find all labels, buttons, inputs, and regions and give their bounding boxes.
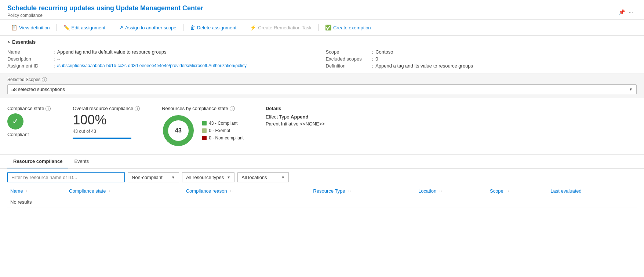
exemption-icon: ✅ [325,25,331,30]
progress-bar-fill [73,138,131,139]
tabs-section: Resource compliance Events [0,155,644,169]
page-subtitle: Policy compliance [7,13,203,18]
details-parent-initiative-row: Parent Initiative <<NONE>> [266,121,325,127]
legend-dot-exempt [202,128,207,133]
scope-dropdown-chevron: ▼ [629,87,633,91]
toolbar-divider-2 [112,24,112,31]
toolbar-divider-5 [318,24,319,31]
overall-info-icon[interactable]: i [135,106,140,111]
donut-chart: 43 [162,114,195,147]
essentials-excluded-scopes-row: Excluded scopes : 0 [326,55,637,62]
sort-icons-resource-type[interactable]: ↑↓ [348,190,351,193]
sort-icons-scope[interactable]: ↑↓ [506,190,509,193]
tab-events[interactable]: Events [68,155,95,168]
col-location[interactable]: Location ↑↓ [415,186,487,196]
overall-sub: 43 out of 43 [73,129,140,134]
donut-legend: 43 - Compliant 0 - Exempt 0 - Non-compli… [202,121,244,141]
essentials-name-row: Name : Append tag and its default value … [7,48,319,55]
overall-resource-compliance-block: Overall resource compliance i 100% 43 ou… [73,106,140,139]
overall-title: Overall resource compliance i [73,106,140,111]
assign-to-another-scope-button[interactable]: ↗ Assign to another scope [115,23,180,32]
essentials-grid: Name : Append tag and its default value … [7,48,637,69]
donut-container: 43 43 - Compliant 0 - Exempt 0 - Non-com… [162,114,244,147]
remediation-icon: ⚡ [250,25,256,30]
toolbar-divider-3 [183,24,183,31]
filter-bar: Non-compliant ▼ All resource types ▼ All… [0,169,644,186]
toolbar-divider [57,24,57,31]
delete-assignment-icon: 🗑 [190,25,195,30]
details-block: Details Effect Type Append Parent Initia… [266,106,325,127]
sort-icons-location[interactable]: ↑↓ [439,190,442,193]
compliance-section: Compliance state i ✓ Compliant Overall r… [0,98,644,155]
compliance-state-title: Compliance state i [7,106,51,111]
resource-type-filter-dropdown[interactable]: All resource types ▼ [182,172,234,182]
legend-exempt: 0 - Exempt [202,128,244,133]
compliance-filter-dropdown[interactable]: Non-compliant ▼ [128,172,179,182]
assign-scope-icon: ↗ [119,25,123,30]
essentials-assignment-id-row: Assignment ID : /subscriptions/aaaa0a0a-… [7,62,319,69]
location-filter-chevron: ▼ [281,175,285,179]
col-compliance-state[interactable]: Compliance state ↑↓ [66,186,183,196]
essentials-definition-row: Definition : Append a tag and its value … [326,62,637,69]
donut-block: Resources by compliance state i 43 43 - … [162,106,244,147]
delete-assignment-button[interactable]: 🗑 Delete assignment [186,23,240,32]
edit-assignment-button[interactable]: ✏️ Edit assignment [60,23,109,32]
create-exemption-button[interactable]: ✅ Create exemption [321,23,375,32]
resource-type-filter-chevron: ▼ [227,175,230,179]
create-remediation-task-button[interactable]: ⚡ Create Remediation Task [246,23,315,32]
details-effect-type-row: Effect Type Append [266,114,325,120]
resource-filter-input[interactable] [7,172,125,182]
legend-non-compliant: 0 - Non-compliant [202,135,244,141]
details-title: Details [266,106,325,111]
col-compliance-reason[interactable]: Compliance reason ↑↓ [183,186,310,196]
essentials-description-row: Description : -- [7,55,319,62]
essentials-chevron: ∧ [7,40,10,44]
essentials-section: ∧ Essentials Name : Append tag and its d… [0,36,644,73]
col-name[interactable]: Name ↑↓ [7,186,66,196]
toolbar-divider-4 [243,24,243,31]
resource-compliance-table: Name ↑↓ Compliance state ↑↓ Compliance r… [7,186,637,208]
donut-title: Resources by compliance state i [162,106,244,111]
selected-scopes-bar: Selected Scopes i 58 selected subscripti… [0,73,644,98]
more-icon[interactable]: ··· [629,9,633,15]
progress-bar [73,138,131,139]
pin-icon[interactable]: 📌 [619,9,625,15]
sort-icons-compliance-state[interactable]: ↑↓ [109,190,112,193]
essentials-scope-row: Scope : Contoso [326,48,637,55]
compliance-state-info-icon[interactable]: i [46,106,51,111]
svg-text:43: 43 [175,127,182,134]
legend-dot-non-compliant [202,136,207,140]
selected-scopes-info-icon[interactable]: i [42,77,47,82]
compliance-state-block: Compliance state i ✓ Compliant [7,106,51,137]
compliant-label: Compliant [7,132,29,137]
essentials-header[interactable]: ∧ Essentials [7,39,637,45]
toolbar: 📋 View definition ✏️ Edit assignment ↗ A… [0,19,644,36]
col-last-evaluated[interactable]: Last evaluated [547,186,637,196]
scope-dropdown[interactable]: 58 selected subscriptions ▼ [7,84,637,94]
edit-assignment-icon: ✏️ [63,25,70,30]
sort-icons-compliance-reason[interactable]: ↑↓ [230,190,233,193]
sort-icons-name[interactable]: ↑↓ [26,190,29,193]
tabs-row: Resource compliance Events [7,155,637,168]
tab-resource-compliance[interactable]: Resource compliance [7,155,68,168]
overall-percent: 100% [73,113,140,127]
no-results: No results [7,196,637,208]
legend-dot-compliant [202,121,207,125]
compliance-filter-chevron: ▼ [171,175,175,179]
view-definition-icon: 📋 [11,25,17,30]
location-filter-dropdown[interactable]: All locations ▼ [237,172,289,182]
donut-info-icon[interactable]: i [230,106,235,111]
col-resource-type[interactable]: Resource Type ↑↓ [310,186,415,196]
legend-compliant: 43 - Compliant [202,121,244,126]
view-definition-button[interactable]: 📋 View definition [7,23,54,32]
compliant-icon: ✓ [7,113,23,130]
table-section: Name ↑↓ Compliance state ↑↓ Compliance r… [0,186,644,208]
page-title: Schedule recurring updates using Update … [7,4,203,12]
col-scope[interactable]: Scope ↑↓ [487,186,547,196]
selected-scopes-label: Selected Scopes i [7,77,637,82]
